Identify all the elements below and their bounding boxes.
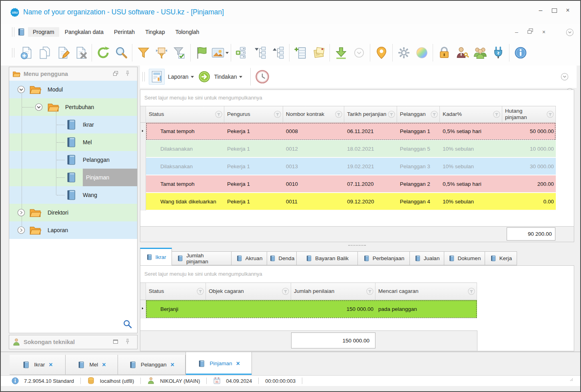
grid-row[interactable]: DilaksanakanPekerja 1001319.02.2021Pelan… xyxy=(140,158,556,175)
users-button[interactable] xyxy=(471,44,489,62)
resize-grip[interactable] xyxy=(570,378,576,384)
detail-tab-akruan[interactable]: Akruan xyxy=(232,251,267,265)
detail-tab-jumlah-pinjaman[interactable]: Jumlah pinjaman xyxy=(172,251,232,265)
sidebar-item-pelanggan[interactable]: Pelanggan xyxy=(9,151,137,169)
settings-button[interactable] xyxy=(395,44,413,62)
search-button[interactable] xyxy=(112,44,130,62)
detail-tab-dokumen[interactable]: Dokumen xyxy=(444,251,485,265)
filter-icon[interactable] xyxy=(274,110,282,118)
lock-button[interactable] xyxy=(435,44,453,62)
refresh-button[interactable] xyxy=(94,44,112,62)
chevron-mini-button[interactable] xyxy=(350,44,368,62)
add-column-button[interactable] xyxy=(291,44,309,62)
sidebar-item-modul[interactable]: Modul xyxy=(9,81,137,98)
child-close-button[interactable]: × xyxy=(539,28,549,36)
grid-row[interactable]: Tamat tempohPekerja 1000806.11.2021Pelan… xyxy=(140,123,556,140)
document-tab-pinjaman[interactable]: Pinjaman× xyxy=(186,352,252,375)
menu-item-program[interactable]: Program xyxy=(28,27,59,37)
info-button[interactable] xyxy=(511,44,529,62)
sidebar-item-mel[interactable]: Mel xyxy=(9,133,137,151)
toolbar-grip[interactable] xyxy=(12,48,14,58)
support-panel[interactable]: Sokongan teknikal xyxy=(9,335,138,349)
filter-button[interactable] xyxy=(134,44,152,62)
image-button[interactable] xyxy=(211,44,229,62)
notes-button[interactable] xyxy=(309,44,327,62)
filter-icon[interactable] xyxy=(546,110,554,118)
splitter-handle[interactable] xyxy=(140,242,574,248)
menubar-grip[interactable] xyxy=(12,27,14,37)
filter-icon[interactable] xyxy=(196,287,204,295)
menu-item-pangkalan-data[interactable]: Pangkalan data xyxy=(60,27,108,37)
column-header-jumlah-penilaian[interactable]: Jumlah penilaian xyxy=(291,283,375,300)
document-tab-ikrar[interactable]: Ikrar× xyxy=(10,355,66,375)
filter-icon[interactable] xyxy=(387,110,395,118)
column-header-nombor-kontrak[interactable]: Nombor kontrak xyxy=(283,106,344,122)
support-maximize-icon[interactable] xyxy=(112,338,120,346)
grid-row[interactable]: Wang tidak dikeluarkanPekerja 1001109.12… xyxy=(140,193,556,211)
minimize-button[interactable]: – xyxy=(535,6,547,15)
actionsbar-overflow-chevron-icon[interactable] xyxy=(560,72,569,82)
timer-button[interactable] xyxy=(255,69,270,84)
menu-item-tingkap[interactable]: Tingkap xyxy=(140,27,170,37)
filter-icon[interactable] xyxy=(493,110,501,118)
flag-button[interactable] xyxy=(193,44,211,62)
column-header-hutang-pinjaman[interactable]: Hutang pinjaman xyxy=(502,106,556,122)
child-restore-button[interactable] xyxy=(525,28,535,36)
report-button[interactable]: Laporan xyxy=(149,69,194,85)
column-header-pengurus[interactable]: Pengurus xyxy=(224,106,283,122)
add-record-button[interactable] xyxy=(18,44,36,62)
expand-node-icon[interactable] xyxy=(16,208,26,217)
child-minimize-button[interactable]: – xyxy=(511,28,522,36)
support-pin-icon[interactable] xyxy=(124,338,132,346)
close-tab-icon[interactable]: × xyxy=(49,362,52,368)
plug-button[interactable] xyxy=(489,44,507,62)
close-tab-icon[interactable]: × xyxy=(102,362,106,368)
copy-record-button[interactable] xyxy=(36,44,54,62)
close-button[interactable]: × xyxy=(562,6,574,15)
filter-icon[interactable] xyxy=(467,287,475,295)
sidebar-item-wang[interactable]: Wang xyxy=(9,186,137,204)
filter-icon[interactable] xyxy=(430,110,438,118)
detail-group-by-panel[interactable]: Seret lajur menuju ke sini untuk mengump… xyxy=(140,266,574,283)
expand-groups-button[interactable] xyxy=(233,44,251,62)
column-header-pelanggan[interactable]: Pelanggan xyxy=(397,106,440,122)
filter-custom-button[interactable] xyxy=(152,44,170,62)
collapse-node-icon[interactable] xyxy=(16,85,26,94)
panel-pin-icon[interactable] xyxy=(124,70,132,78)
user-key-button[interactable] xyxy=(453,44,471,62)
detail-tab-kerja[interactable]: Kerja xyxy=(485,251,517,265)
export-button[interactable] xyxy=(332,44,350,62)
sidebar-item-direktori[interactable]: Direktori xyxy=(9,204,137,221)
collapse-tree-button[interactable] xyxy=(251,44,269,62)
document-tab-pelanggan[interactable]: Pelanggan× xyxy=(118,355,186,375)
database-text[interactable]: localhost (utf8) xyxy=(100,378,134,384)
date-text[interactable]: 04.09.2024 xyxy=(226,378,252,384)
column-header-mencari-cagaran[interactable]: Mencari cagaran xyxy=(375,283,477,300)
filter-icon[interactable] xyxy=(215,110,223,118)
expand-node-icon[interactable] xyxy=(16,225,26,235)
grid-row[interactable]: DilaksanakanPekerja 1001218.02.2021Pelan… xyxy=(140,140,556,158)
group-by-panel[interactable]: Seret lajur menuju ke sini untuk mengump… xyxy=(140,90,574,106)
sidebar-item-pertubuhan[interactable]: Pertubuhan xyxy=(9,98,137,116)
sidebar-item-pinjaman[interactable]: Pinjaman xyxy=(9,169,137,186)
filter-icon[interactable] xyxy=(335,110,343,118)
sidebar-item-laporan[interactable]: Laporan xyxy=(9,221,137,239)
filter-icon[interactable] xyxy=(366,287,374,295)
menu-item-perintah[interactable]: Perintah xyxy=(109,27,140,37)
detail-tab-jualan[interactable]: Jualan xyxy=(410,251,444,265)
filter-icon[interactable] xyxy=(282,287,290,295)
edit-record-button[interactable] xyxy=(54,44,72,62)
column-header-status[interactable]: Status xyxy=(146,283,206,300)
tree-search-icon[interactable] xyxy=(123,319,132,329)
action-button[interactable]: Tindakan xyxy=(198,70,242,83)
filter-checked-button[interactable] xyxy=(170,44,188,62)
grid-row[interactable]: Berjanji150 000.00pada pelanggan xyxy=(140,300,477,318)
palette-button[interactable] xyxy=(413,44,431,62)
expand-tree-button[interactable] xyxy=(269,44,287,62)
menubar-overflow-chevron-icon[interactable] xyxy=(565,28,575,37)
grid-row[interactable]: Tamat tempohPekerja 1001007.11.2020Pelan… xyxy=(140,175,556,193)
panel-float-icon[interactable] xyxy=(112,70,120,78)
close-tab-icon[interactable]: × xyxy=(236,360,240,367)
detail-tab-perbelanjaan[interactable]: Perbelanjaan xyxy=(358,251,410,265)
detail-tab-denda[interactable]: Denda xyxy=(267,251,297,265)
